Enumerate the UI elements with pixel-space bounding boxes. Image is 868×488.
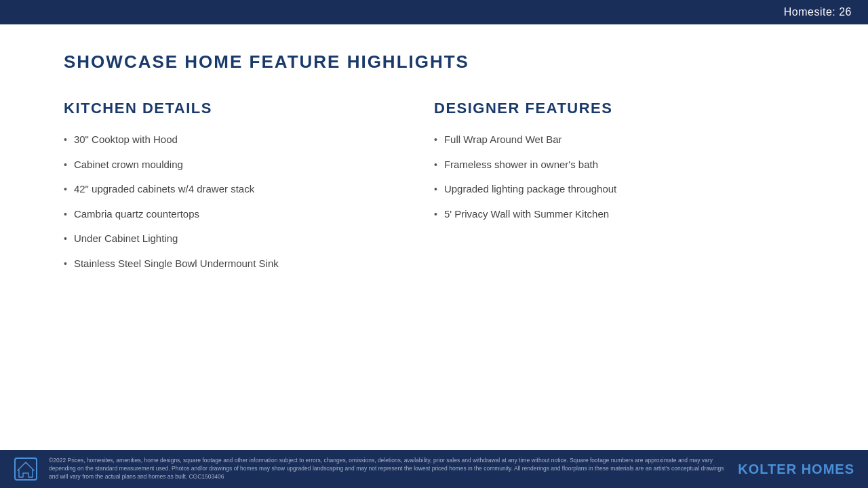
house-icon <box>14 457 38 481</box>
list-item: 42" upgraded cabinets w/4 drawer stack <box>64 182 434 197</box>
list-item: Frameless shower in owner's bath <box>434 157 804 173</box>
main-content: SHOWCASE HOME FEATURE HIGHLIGHTS KITCHEN… <box>0 24 868 281</box>
kitchen-column: KITCHEN DETAILS 30" Cooktop with HoodCab… <box>64 100 434 281</box>
page-title: SHOWCASE HOME FEATURE HIGHLIGHTS <box>64 52 804 73</box>
list-item: Under Cabinet Lighting <box>64 231 434 247</box>
columns: KITCHEN DETAILS 30" Cooktop with HoodCab… <box>64 100 804 281</box>
list-item: Full Wrap Around Wet Bar <box>434 132 804 148</box>
kitchen-list: 30" Cooktop with HoodCabinet crown mould… <box>64 132 434 271</box>
designer-section-title: DESIGNER FEATURES <box>434 100 804 117</box>
footer-disclaimer: ©2022 Prices, homesites, amenities, home… <box>49 457 727 481</box>
kitchen-section-title: KITCHEN DETAILS <box>64 100 434 117</box>
designer-column: DESIGNER FEATURES Full Wrap Around Wet B… <box>434 100 804 281</box>
brand-kolter: KOLTER HOMES <box>738 462 854 476</box>
designer-list: Full Wrap Around Wet BarFrameless shower… <box>434 132 804 222</box>
svg-marker-1 <box>18 462 34 477</box>
list-item: Cambria quartz countertops <box>64 207 434 222</box>
svg-rect-0 <box>15 458 37 480</box>
list-item: 5' Privacy Wall with Summer Kitchen <box>434 207 804 222</box>
list-item: Stainless Steel Single Bowl Undermount S… <box>64 256 434 272</box>
footer-brand: KOLTER HOMES <box>738 462 854 477</box>
homesite-label: Homesite: 26 <box>784 6 852 18</box>
list-item: 30" Cooktop with Hood <box>64 132 434 148</box>
footer: ©2022 Prices, homesites, amenities, home… <box>0 450 868 488</box>
list-item: Cabinet crown moulding <box>64 157 434 173</box>
list-item: Upgraded lighting package throughout <box>434 182 804 197</box>
top-bar: Homesite: 26 <box>0 0 868 24</box>
